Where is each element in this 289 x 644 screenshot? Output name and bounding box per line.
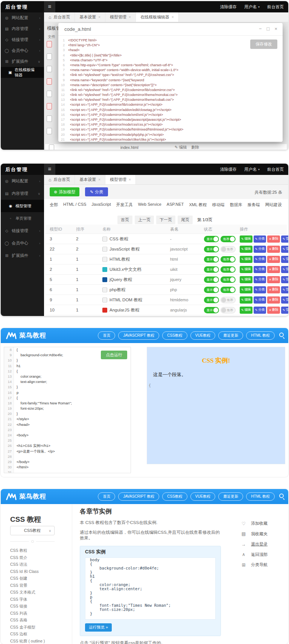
recommend-toggle[interactable]: 推荐 [221,266,236,273]
delete-button[interactable]: ✕删除 [267,266,280,273]
nav-pill[interactable]: JAVASCRIPT 教程 [118,492,159,501]
nav-pill[interactable]: JAVASCRIPT 教程 [118,331,159,340]
manage-button[interactable]: ✎管理 [281,235,288,243]
run-code-button[interactable]: 点击运行 [101,351,127,359]
close-icon[interactable]: × [274,26,277,32]
username-menu[interactable]: 用户名▾ [244,4,260,10]
delete-button[interactable]: ✕删除 [267,307,280,314]
sidebar-item[interactable]: ◇ 链接管理 › [1,34,44,45]
chapter-link[interactable]: CSS 链接 [10,604,54,609]
add-model-button[interactable]: ⊕添加模型 [50,187,79,196]
recommend-toggle[interactable]: 推荐 [221,297,236,303]
sidebar-item[interactable]: ⊞ 扩展插件 ∨ [1,56,44,67]
show-toggle[interactable]: 显示 [204,266,219,273]
category-tab[interactable]: JavaScript [91,202,111,210]
code-editor[interactable]: 1 <!DOCTYPE html> 2 <html lang="zh-CN"> … [58,38,283,142]
chapter-link[interactable]: CSS 边框 [10,632,54,637]
show-toggle[interactable]: 显示 [204,297,219,303]
recommend-toggle[interactable]: 推荐 [221,287,236,293]
file-icon[interactable] [47,128,52,134]
pager-button[interactable]: 首页 [117,216,132,224]
category-tab[interactable]: XML 教程 [189,202,207,210]
sidebar-item[interactable]: ◎ 网站配置 › [1,12,44,23]
edit-button[interactable]: ✎编辑 [240,235,252,243]
close-icon[interactable]: × [129,178,131,182]
sidebar-item[interactable]: ◉ 模型管理 [1,200,44,212]
category-tab[interactable]: 全部 [50,202,58,210]
show-toggle[interactable]: 显示 [204,276,219,283]
chapter-link[interactable]: CSS 教程 [10,548,54,553]
tab-basic-settings[interactable]: 基本设置× [75,175,105,184]
quick-action[interactable]: → 退出登录 [241,541,268,547]
nav-pill[interactable]: HTML 教程 [246,331,275,340]
manage-button[interactable]: ✎管理 [281,296,288,304]
tab-model-management[interactable]: 模型管理× [105,12,136,22]
edit-button[interactable]: ✎编辑 [240,246,252,253]
hamburger-icon[interactable]: ≡ [44,1,55,12]
sidebar-item[interactable]: ▤ 内容管理 ∨ [1,187,44,200]
recommend-toggle[interactable]: 推荐 [221,276,236,283]
classify-button[interactable]: ✎分类 [254,296,266,304]
quick-action[interactable]: ⊞ 分类导航 [241,562,268,568]
edit-button[interactable]: ✎编辑 [240,307,252,314]
username-menu[interactable]: 用户名▾ [244,167,260,172]
delete-button[interactable]: ✕删除 [267,296,280,304]
chapter-link[interactable]: CSS 背景 [10,583,54,588]
edit-button[interactable]: ✎编辑 [240,276,252,283]
delete-button[interactable]: ✕删除 [267,286,280,293]
front-home-link[interactable]: 前台首页 [267,4,284,10]
quick-action[interactable]: ♡ 添加收藏 [241,521,268,526]
delete-button[interactable]: ✕删除 [267,235,280,243]
chapter-link[interactable]: CSS 创建 [10,576,54,581]
close-icon[interactable]: × [172,15,174,19]
nav-pill[interactable]: VUE教程 [190,331,216,340]
search-icon[interactable] [279,494,284,498]
recommend-toggle[interactable]: 推荐 [221,236,236,242]
nav-pill[interactable]: 首页 [98,331,115,340]
category-tab[interactable]: 服务端 [248,202,260,210]
sidebar-item[interactable]: ▤ 内容管理 › [1,23,44,34]
sidebar-item[interactable]: ▣ 在线模板编辑器 [1,67,44,78]
sidebar-item[interactable]: ◇ 链接管理 › [1,225,44,237]
quick-action[interactable]: ▤ 我收藏夹 [241,531,268,537]
file-icon[interactable] [47,66,52,72]
file-icon[interactable] [47,91,52,97]
chapter-link[interactable]: CSS 轮廓 ( outline ) [10,639,54,644]
manage-button[interactable]: ✎管理 [281,276,288,283]
recommend-toggle[interactable]: 推荐 [221,307,236,313]
recommend-toggle[interactable]: 推荐 [221,246,236,252]
save-changes-button[interactable]: 保存修改 [250,39,277,49]
classify-button[interactable]: ✎分类 [85,187,108,196]
pager-button[interactable]: 尾页 [178,216,193,224]
show-toggle[interactable]: 显示 [204,236,219,242]
tab-backend-home[interactable]: ⌂后台首页 [44,12,75,22]
hamburger-icon[interactable]: ≡ [44,164,55,175]
manage-button[interactable]: ✎管理 [281,307,288,314]
file-icon[interactable] [47,115,52,122]
edit-button[interactable]: ✎编辑 [240,266,252,273]
tab-online-template-editor[interactable]: 在线模板编辑器× [136,12,179,22]
category-tab[interactable]: 开发工具 [116,202,133,210]
manage-button[interactable]: ✎管理 [281,286,288,293]
file-edit-link[interactable]: ✎ 编辑 [175,145,187,150]
manage-button[interactable]: ✎管理 [281,256,288,263]
close-icon[interactable]: × [129,15,131,19]
show-toggle[interactable]: 显示 [204,307,219,313]
chapter-link[interactable]: CSS 表格 [10,618,54,623]
nav-pill[interactable]: CSS教程 [162,492,187,501]
file-icon[interactable] [47,41,52,47]
classify-button[interactable]: ✎分类 [254,307,266,314]
manage-button[interactable]: ✎管理 [281,246,288,253]
chapter-link[interactable]: CSS 列表 [10,611,54,616]
category-tab[interactable]: Web Service [138,202,161,210]
classify-button[interactable]: ✎分类 [254,256,266,263]
site-logo[interactable]: 菜鸟教程 [6,492,46,501]
category-tab[interactable]: ASP.NET [167,202,184,210]
tutorial-select[interactable]: CSS教程 ∨ [10,526,55,535]
manage-button[interactable]: ✎管理 [281,266,288,273]
front-home-link[interactable]: 前台首页 [267,167,284,172]
delete-button[interactable]: ✕删除 [267,256,280,263]
quick-action[interactable]: ∧ 返回顶部 [241,552,268,557]
category-tab[interactable]: 数据库 [230,202,242,210]
code-editor-panel[interactable]: 点击运行 8 { 9 background-color:#d0e4fe; 10 … [4,347,131,473]
